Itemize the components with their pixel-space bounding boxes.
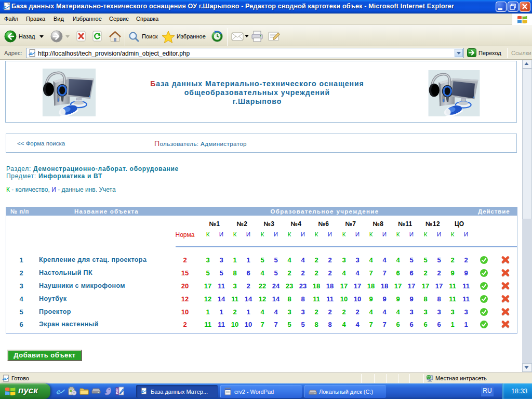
svg-text:e: e [3, 3, 6, 10]
svg-text:e: e [3, 376, 6, 381]
svg-text:e: e [57, 387, 61, 396]
svg-text:e: e [141, 388, 144, 394]
svg-text:e: e [30, 50, 32, 56]
svg-text:PHP: PHP [115, 388, 118, 394]
